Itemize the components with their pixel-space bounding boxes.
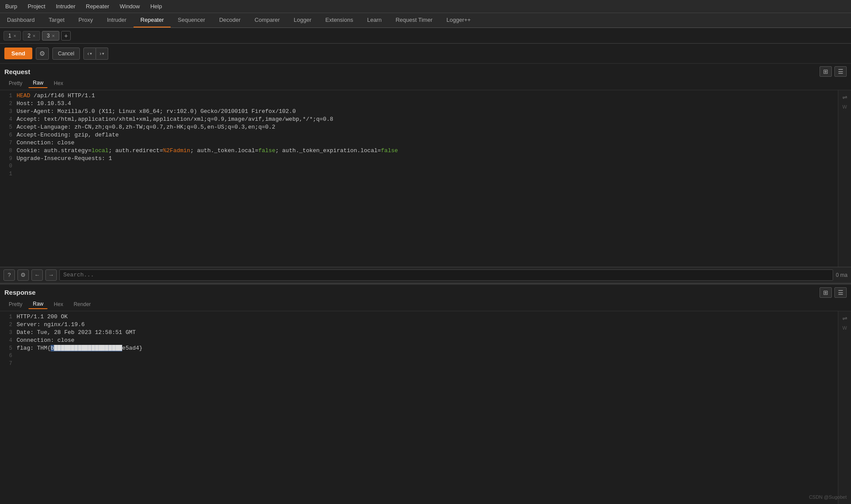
search-prev-button[interactable]: ← [31, 269, 43, 281]
wrap-text-button-request[interactable]: ⇌ [840, 92, 850, 102]
request-line-1: 1 HEAD /api/fl46 HTTP/1.1 [0, 92, 838, 100]
response-section-header: Response ⊞ ☰ [0, 285, 851, 298]
menu-window[interactable]: Window [118, 2, 141, 10]
search-help-button[interactable]: ? [3, 269, 15, 281]
tab-proxy[interactable]: Proxy [72, 13, 100, 27]
request-sub-tab-bar: Pretty Raw Hex [0, 77, 851, 90]
request-line-5: 5 Accept-Language: zh-CN,zh;q=0.8,zh-TW;… [0, 123, 838, 131]
request-line-2: 2 Host: 10.10.53.4 [0, 100, 838, 108]
search-input[interactable] [59, 269, 833, 281]
menu-help[interactable]: Help [148, 2, 164, 10]
tab-target[interactable]: Target [42, 13, 72, 27]
response-line-5: 5 flag: THM{b████████████████████e5ad4} [0, 344, 838, 352]
list-view-button[interactable]: ☰ [834, 66, 847, 77]
menu-bar: Burp Project Intruder Repeater Window He… [0, 0, 851, 13]
request-search-bar: ? ⚙ ← → 0 ma [0, 267, 851, 283]
request-tab-hex[interactable]: Hex [49, 79, 67, 88]
request-line-11: 1 [0, 170, 838, 178]
request-line-8: 8 Cookie: auth.strategy=local; auth.redi… [0, 147, 838, 155]
request-wrap-label: W [842, 104, 847, 109]
response-line-4: 4 Connection: close [0, 337, 838, 344]
main-tab-bar: Dashboard Target Proxy Intruder Repeater… [0, 13, 851, 28]
response-editor-actions: ⇌ W [838, 311, 851, 504]
repeater-tab-3[interactable]: 3 × [42, 31, 59, 41]
tab-comparer[interactable]: Comparer [247, 13, 287, 27]
request-line-7: 7 Connection: close [0, 139, 838, 147]
tab-dashboard[interactable]: Dashboard [0, 13, 42, 27]
menu-intruder[interactable]: Intruder [54, 2, 77, 10]
tab-intruder[interactable]: Intruder [100, 13, 134, 27]
repeater-tab-bar: 1 × 2 × 3 × + [0, 28, 851, 44]
close-tab-2-icon[interactable]: × [33, 33, 35, 38]
response-pane-body: 1 HTTP/1.1 200 OK 2 Server: nginx/1.19.6… [0, 311, 851, 504]
response-line-6: 6 [0, 352, 838, 360]
close-tab-3-icon[interactable]: × [52, 33, 55, 38]
request-code-area[interactable]: 1 HEAD /api/fl46 HTTP/1.1 2 Host: 10.10.… [0, 90, 838, 267]
request-title: Request [4, 68, 30, 75]
repeater-tab-2[interactable]: 2 × [23, 31, 40, 41]
tab-learn[interactable]: Learn [360, 13, 388, 27]
panes-container: Request ⊞ ☰ Pretty Raw Hex 1 HEAD /api/f… [0, 64, 851, 504]
search-next-button[interactable]: → [45, 269, 57, 281]
request-tab-pretty[interactable]: Pretty [4, 79, 27, 88]
tab-sequencer[interactable]: Sequencer [171, 13, 212, 27]
menu-repeater[interactable]: Repeater [84, 2, 111, 10]
request-line-6: 6 Accept-Encoding: gzip, deflate [0, 131, 838, 139]
request-line-4: 4 Accept: text/html,application/xhtml+xm… [0, 116, 838, 123]
response-title: Response [4, 289, 36, 296]
nav-back-button[interactable]: ‹ ▾ [83, 48, 96, 60]
send-button[interactable]: Send [4, 48, 32, 59]
response-tab-raw[interactable]: Raw [28, 300, 48, 309]
request-pane-body: 1 HEAD /api/fl46 HTTP/1.1 2 Host: 10.10.… [0, 90, 851, 267]
request-tab-raw[interactable]: Raw [28, 78, 48, 88]
request-editor-actions: ⇌ W [838, 90, 851, 267]
request-header-right: ⊞ ☰ [820, 66, 847, 77]
chevron-right-icon: › [100, 51, 101, 57]
menu-burp[interactable]: Burp [3, 2, 19, 10]
tab-request-timer[interactable]: Request Timer [388, 13, 439, 27]
response-pane: Response ⊞ ☰ Pretty Raw Hex Render 1 HTT… [0, 285, 851, 504]
response-tab-pretty[interactable]: Pretty [4, 300, 27, 309]
menu-project[interactable]: Project [26, 2, 47, 10]
response-line-1: 1 HTTP/1.1 200 OK [0, 313, 838, 321]
chevron-left-icon: ‹ [87, 51, 89, 57]
dropdown-back-icon: ▾ [90, 51, 92, 56]
response-header-right: ⊞ ☰ [820, 287, 847, 298]
response-tab-render[interactable]: Render [69, 300, 95, 309]
wrap-text-button-response[interactable]: ⇌ [840, 313, 850, 324]
gear-icon: ⚙ [39, 50, 45, 58]
request-section-header: Request ⊞ ☰ [0, 64, 851, 77]
response-sub-tab-bar: Pretty Raw Hex Render [0, 298, 851, 311]
response-tab-hex[interactable]: Hex [49, 300, 67, 309]
tab-extensions[interactable]: Extensions [319, 13, 360, 27]
request-pane: Request ⊞ ☰ Pretty Raw Hex 1 HEAD /api/f… [0, 64, 851, 285]
tab-decoder[interactable]: Decoder [212, 13, 247, 27]
watermark: CSDN @Sugobet [809, 494, 847, 500]
request-line-3: 3 User-Agent: Mozilla/5.0 (X11; Linux x8… [0, 108, 838, 116]
settings-gear-button[interactable]: ⚙ [36, 48, 49, 60]
search-count: 0 ma [836, 272, 848, 278]
search-settings-button[interactable]: ⚙ [17, 269, 29, 281]
response-line-2: 2 Server: nginx/1.19.6 [0, 321, 838, 329]
response-list-view-button[interactable]: ☰ [834, 287, 847, 298]
dropdown-forward-icon: ▾ [102, 51, 104, 56]
toolbar: Send ⚙ Cancel ‹ ▾ › ▾ [0, 44, 851, 64]
nav-group: ‹ ▾ › ▾ [83, 48, 108, 60]
response-split-view-button[interactable]: ⊞ [820, 287, 832, 298]
request-line-9: 9 Upgrade-Insecure-Requests: 1 [0, 155, 838, 163]
repeater-tab-1[interactable]: 1 × [3, 31, 21, 41]
response-wrap-label: W [842, 325, 847, 330]
response-line-3: 3 Date: Tue, 28 Feb 2023 12:58:51 GMT [0, 329, 838, 337]
response-line-7: 7 [0, 360, 838, 368]
request-line-10: 0 [0, 163, 838, 170]
tab-repeater[interactable]: Repeater [134, 13, 171, 27]
split-view-button[interactable]: ⊞ [820, 66, 832, 77]
cancel-button[interactable]: Cancel [52, 48, 80, 60]
nav-forward-button[interactable]: › ▾ [96, 48, 108, 60]
add-tab-button[interactable]: + [61, 31, 71, 41]
response-code-area[interactable]: 1 HTTP/1.1 200 OK 2 Server: nginx/1.19.6… [0, 311, 838, 504]
close-tab-1-icon[interactable]: × [14, 33, 16, 38]
tab-logger-plus[interactable]: Logger++ [439, 13, 478, 27]
tab-logger[interactable]: Logger [287, 13, 318, 27]
